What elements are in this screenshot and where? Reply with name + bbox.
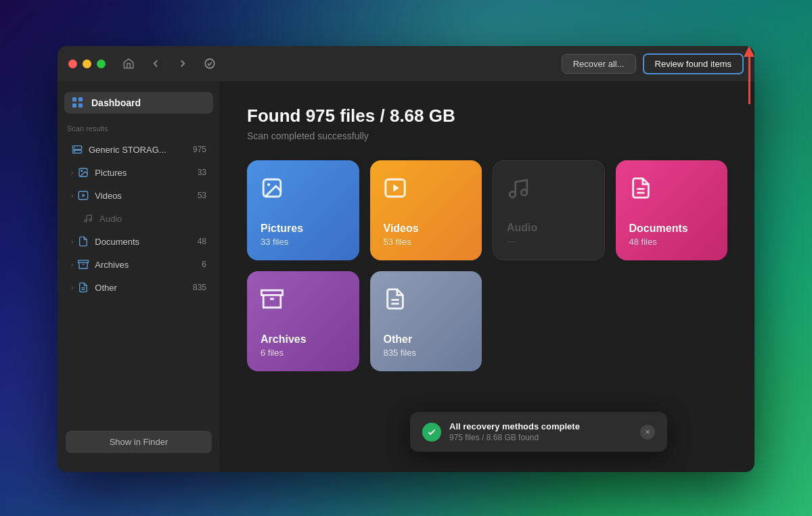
videos-card[interactable]: Videos 53 files: [370, 160, 482, 260]
other-label: Other: [95, 283, 193, 293]
sidebar-item-storage[interactable]: Generic STORAG... 975: [62, 139, 216, 160]
navigation-icons: [119, 54, 562, 73]
pictures-card-count: 33 files: [261, 237, 346, 247]
title-bar-actions: Recover all... Review found items: [562, 53, 744, 74]
check-icon[interactable]: [200, 54, 219, 73]
other-card-icon: [384, 287, 469, 315]
toast-check-icon: [422, 423, 441, 442]
archives-card-icon: [261, 287, 346, 315]
pictures-count: 33: [198, 168, 206, 177]
svg-marker-8: [83, 193, 85, 197]
sidebar: Dashboard Scan results Generic STORAG...…: [58, 81, 220, 472]
chevron-icon: ›: [71, 192, 73, 200]
toast-close-button[interactable]: ×: [640, 425, 655, 440]
storage-label: Generic STORAG...: [89, 145, 193, 155]
app-window: Recover all... Review found items Dashbo…: [58, 46, 754, 472]
documents-card-count: 48 files: [629, 237, 715, 247]
maximize-button[interactable]: [97, 60, 106, 68]
sidebar-item-archives[interactable]: › Archives 6: [62, 254, 216, 275]
pictures-card-icon: [261, 177, 346, 204]
chevron-icon: ›: [71, 284, 73, 291]
other-card-count: 835 files: [384, 348, 469, 358]
videos-label: Videos: [95, 191, 197, 201]
audio-card-icon: [507, 177, 591, 205]
documents-count: 48: [198, 237, 206, 246]
back-icon[interactable]: [146, 54, 165, 73]
svg-point-9: [85, 220, 87, 222]
archives-card[interactable]: Archives 6 files: [247, 271, 359, 371]
sidebar-item-videos[interactable]: › Videos 53: [62, 185, 216, 206]
svg-rect-11: [78, 260, 89, 262]
recover-all-button[interactable]: Recover all...: [562, 54, 636, 74]
scan-results-label: Scan results: [58, 124, 220, 138]
sidebar-item-documents[interactable]: › Documents 48: [62, 231, 216, 252]
chevron-icon: ›: [71, 238, 73, 245]
svg-rect-23: [261, 290, 282, 295]
sidebar-footer: Show in Finder: [58, 423, 220, 461]
sidebar-item-pictures[interactable]: › Pictures 33: [62, 162, 216, 183]
svg-point-19: [510, 191, 516, 197]
toast-title: All recovery methods complete: [449, 421, 632, 431]
minimize-button[interactable]: [83, 60, 91, 68]
documents-card-title: Documents: [629, 222, 715, 235]
svg-marker-18: [393, 184, 399, 191]
pictures-card-title: Pictures: [261, 222, 346, 235]
scan-status: Scan completed successfully: [247, 131, 727, 141]
archives-label: Archives: [95, 260, 202, 270]
archives-icon: [77, 258, 89, 271]
show-in-finder-button[interactable]: Show in Finder: [66, 431, 212, 453]
toast-notification: All recovery methods complete 975 files …: [410, 412, 667, 452]
review-found-items-button[interactable]: Review found items: [643, 53, 744, 74]
dashboard-nav-item[interactable]: Dashboard: [64, 92, 213, 114]
dashboard-label: Dashboard: [91, 97, 141, 108]
audio-label: Audio: [99, 214, 206, 224]
audio-card[interactable]: Audio —: [493, 160, 605, 260]
storage-count: 975: [193, 145, 206, 154]
found-title: Found 975 files / 8.68 GB: [247, 105, 727, 126]
chevron-icon: ›: [71, 169, 73, 177]
videos-icon: [77, 189, 89, 202]
audio-icon: [82, 212, 94, 225]
archives-card-title: Archives: [261, 333, 346, 346]
other-card-title: Other: [384, 333, 469, 346]
archives-count: 6: [202, 260, 206, 269]
documents-label: Documents: [95, 237, 197, 247]
content-header: Found 975 files / 8.68 GB Scan completed…: [247, 105, 727, 141]
svg-point-3: [74, 147, 75, 148]
close-button[interactable]: [68, 60, 77, 68]
audio-card-title: Audio: [507, 222, 591, 234]
archives-card-count: 6 files: [261, 348, 346, 358]
other-card[interactable]: Other 835 files: [370, 271, 482, 371]
documents-card-icon: [629, 177, 715, 204]
videos-card-title: Videos: [384, 222, 469, 235]
category-grid: Pictures 33 files Videos 53 files: [247, 160, 727, 371]
sidebar-item-audio[interactable]: Audio: [62, 208, 216, 229]
sidebar-item-other[interactable]: › Other 835: [62, 277, 216, 298]
pictures-icon: [77, 166, 89, 179]
pictures-card[interactable]: Pictures 33 files: [247, 160, 359, 260]
home-icon[interactable]: [119, 54, 138, 73]
videos-card-icon: [384, 177, 469, 204]
videos-card-count: 53 files: [384, 237, 469, 247]
svg-point-10: [89, 219, 92, 222]
other-count: 835: [193, 283, 206, 292]
svg-point-4: [74, 151, 75, 152]
content-area: Found 975 files / 8.68 GB Scan completed…: [220, 81, 754, 472]
dashboard-grid-icon: [72, 97, 83, 108]
forward-icon[interactable]: [173, 54, 192, 73]
svg-point-20: [521, 189, 527, 195]
traffic-lights: [68, 60, 106, 68]
svg-point-6: [81, 170, 83, 172]
chevron-icon: ›: [71, 261, 73, 268]
pictures-label: Pictures: [95, 168, 197, 178]
documents-card[interactable]: Documents 48 files: [616, 160, 728, 260]
storage-icon: [71, 143, 83, 156]
documents-icon: [77, 235, 89, 248]
svg-point-16: [267, 183, 270, 186]
other-icon: [77, 281, 89, 294]
main-area: Dashboard Scan results Generic STORAG...…: [58, 81, 754, 472]
toast-subtitle: 975 files / 8.68 GB found: [449, 433, 632, 442]
audio-card-count: —: [507, 236, 591, 246]
videos-count: 53: [198, 191, 206, 200]
toast-content: All recovery methods complete 975 files …: [449, 421, 632, 442]
